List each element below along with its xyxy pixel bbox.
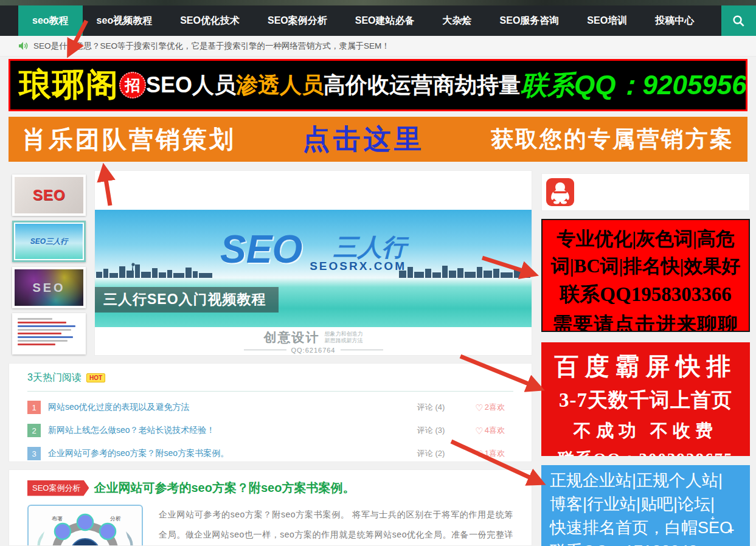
seosrx-logo: SEO 三人行 SEOSRX.COM <box>95 232 532 273</box>
nav-item-seo-cases[interactable]: SEO案例分析 <box>254 5 341 36</box>
design-slogan-1: 想象力和创造力 <box>325 331 363 337</box>
ad-text-services: 专业优化|灰色词|高危词|BC词|排名快|效果好 <box>543 225 749 280</box>
nav-item-seo-video[interactable]: seo视频教程 <box>83 5 167 36</box>
nav-item-seo-training[interactable]: SEO培训 <box>573 5 641 36</box>
notice-text: SEO是什么意思？SEO等于搜索引擎优化，它是基于搜索引擎的一种网络营销方式，隶… <box>33 41 390 52</box>
search-button[interactable] <box>721 5 756 36</box>
banner-team-name: 肖乐团队营销策划 <box>22 123 236 156</box>
marketing-ad-banner[interactable]: 肖乐团队营销策划 点击这里 获取您的专属营销方案 <box>9 117 747 162</box>
serp-mock <box>15 316 83 352</box>
design-studio-mark: 创意设计 想象力和创造力 新思路或新方法 QQ:6216764 <box>95 327 532 355</box>
nav-item-seo-tech[interactable]: SEO优化技术 <box>166 5 254 36</box>
ad-line-3: 快速排名首页，白帽SEO <box>550 516 750 540</box>
design-mark-name: 创意设计 <box>264 329 320 346</box>
sidebar-ad-baidu-ranking[interactable]: 百度霸屏快排 3-7天数千词上首页 不成功 不收费 联系QQ：300392867… <box>541 342 750 456</box>
diagram-label-right: 分析 <box>110 516 121 522</box>
slide-caption[interactable]: 三人行SEO入门视频教程 <box>95 287 279 313</box>
likes-link[interactable]: ♡4喜欢 <box>475 425 505 436</box>
banner-recruit-pentest: 渗透人员 <box>236 71 324 100</box>
heart-icon: ♡ <box>475 404 483 412</box>
qq-icon[interactable] <box>546 178 574 206</box>
design-qq: QQ:6216764 <box>291 347 336 354</box>
logo-domain-text: SEOSRX.COM <box>310 260 406 273</box>
likes-count: 1喜欢 <box>485 448 505 459</box>
ad-line-2: 博客|行业站|贴吧|论坛| <box>550 492 750 516</box>
category-label[interactable]: SEO案例分析 <box>27 480 89 496</box>
heart-icon: ♡ <box>475 450 483 458</box>
list-item: 2 新网站上线怎么做seo？老站长说技术经验！ 评论 (3) ♡4喜欢 <box>27 419 513 442</box>
banner-recruit-traffic: 高价收运营商劫持量 <box>324 71 521 100</box>
recruit-badge: 招 <box>119 72 146 98</box>
thumb-label: SEO <box>32 281 65 295</box>
logo-cn-text: 三人行 <box>333 234 406 260</box>
nav-item-submission[interactable]: 投稿中心 <box>641 5 708 36</box>
list-item: 3 企业网站可参考的seo方案？附seo方案书案例。 评论 (2) ♡1喜欢 <box>27 442 513 465</box>
slider-thumb-seo-colorful[interactable]: SEO <box>12 267 86 308</box>
hot-article-link[interactable]: 企业网站可参考的seo方案？附seo方案书案例。 <box>48 448 229 459</box>
thumb-label: SEO三人行 <box>30 237 68 247</box>
sidebar-ad-whitehat-seo[interactable]: 正规企业站|正规个人站| 博客|行业站|贴吧|论坛| 快速排名首页，白帽SEO … <box>541 465 750 546</box>
hot-reads-panel: 3天热门阅读 HOT 1 网站seo优化过度的表现以及避免方法 评论 (4) ♡… <box>9 363 532 462</box>
comments-link[interactable]: 评论 (3) <box>417 425 445 436</box>
design-slogan-2: 新思路或新方法 <box>325 337 363 344</box>
hot-article-link[interactable]: 网站seo优化过度的表现以及避免方法 <box>48 402 190 413</box>
banner-promise: 获取您的专属营销方案 <box>491 124 734 154</box>
ad-guarantee: 不成功 不收费 <box>541 419 750 443</box>
hot-article-link[interactable]: 新网站上线怎么做seo？老站长说技术经验！ <box>48 425 215 436</box>
ad-line-4: 联系QQ：17183048 <box>550 540 750 546</box>
main-nav: seo教程 seo视频教程 SEO优化技术 SEO案例分析 SEO建站必备 大杂… <box>18 5 708 36</box>
likes-count: 2喜欢 <box>485 402 505 413</box>
top-navbar: seo教程 seo视频教程 SEO优化技术 SEO案例分析 SEO建站必备 大杂… <box>0 0 756 36</box>
search-icon <box>732 14 746 28</box>
thumb-label: SEO <box>33 187 66 204</box>
list-item: 1 网站seo优化过度的表现以及避免方法 评论 (4) ♡2喜欢 <box>27 396 513 419</box>
diagram-label-left: 布署 <box>52 516 63 522</box>
likes-link[interactable]: ♡2喜欢 <box>475 402 505 413</box>
sparkle-icon: + <box>711 506 715 530</box>
ad-subline: 3-7天数千词上首页 <box>541 387 750 414</box>
slider-thumb-serp-screenshot[interactable] <box>12 313 86 354</box>
nav-item-seo-service[interactable]: SEO服务咨询 <box>486 5 574 36</box>
comments-link[interactable]: 评论 (4) <box>417 402 445 413</box>
ad-contact-qq: 联系QQ：3003928675 <box>541 448 750 456</box>
speaker-icon <box>18 41 29 50</box>
slider-thumb-seosrx-active[interactable]: SEO三人行 <box>12 221 86 262</box>
slider-thumb-seo-hands[interactable]: SEO <box>12 175 86 216</box>
article-thumbnail[interactable]: 布署 分析 <box>27 505 143 546</box>
ad-cta-text: 需要请点击进来聊聊 <box>543 311 749 332</box>
likes-count: 4喜欢 <box>485 425 505 436</box>
banner-brand: 琅琊阁 <box>19 63 119 107</box>
comments-link[interactable]: 评论 (2) <box>417 448 445 459</box>
nav-item-site-building[interactable]: SEO建站必备 <box>341 5 429 36</box>
main-slider[interactable]: SEO 三人行 SEOSRX.COM 三人行SEO入门视频教程 创意设计 想象力… <box>94 170 532 356</box>
banner-contact-qq: 联系QQ：9205956 <box>521 67 747 103</box>
ad-headline: 百度霸屏快排 <box>541 350 750 383</box>
article-title-link[interactable]: 企业网站可参考的seo方案？附seo方案书案例。 <box>94 480 355 496</box>
likes-link[interactable]: ♡1喜欢 <box>475 448 505 459</box>
sidebar-ad-gray-words[interactable]: 专业优化|灰色词|高危词|BC词|排名快|效果好 联系QQ1958303366 … <box>541 219 750 332</box>
slider-thumbnails: SEO SEO三人行 SEO <box>12 175 86 359</box>
heart-icon: ♡ <box>475 427 483 435</box>
article-preview: SEO案例分析 企业网站可参考的seo方案？附seo方案书案例。 布署 分析 企… <box>9 469 532 546</box>
slide-image[interactable]: SEO 三人行 SEOSRX.COM 三人行SEO入门视频教程 <box>95 210 532 327</box>
recruit-ad-banner[interactable]: 琅琊阁 招 SEO人员 渗透人员 高价收运营商劫持量 联系QQ：9205956 <box>9 59 747 111</box>
ad-line-1: 正规企业站|正规个人站| <box>550 469 750 492</box>
banner-recruit-seo: SEO人员 <box>146 71 236 100</box>
banner-click-here[interactable]: 点击这里 <box>303 121 425 157</box>
sparkle-icon: + <box>727 519 734 542</box>
rank-badge: 3 <box>27 447 41 460</box>
hot-badge: HOT <box>86 373 105 382</box>
nav-item-misc[interactable]: 大杂烩 <box>429 5 486 36</box>
article-excerpt: 企业网站可参考的seo方案？附seo方案书案例。 将军与士兵的区别在于将军的作用… <box>159 505 513 546</box>
rank-badge: 1 <box>27 401 41 414</box>
divider-line <box>244 350 286 350</box>
logo-seo-text: SEO <box>220 232 302 267</box>
notice-bar: SEO是什么意思？SEO等于搜索引擎优化，它是基于搜索引擎的一种网络营销方式，隶… <box>0 36 756 57</box>
hot-reads-title: 3天热门阅读 <box>27 371 81 384</box>
ad-contact-qq: 联系QQ1958303366 <box>543 281 749 308</box>
rank-badge: 2 <box>27 424 41 437</box>
divider-line <box>341 350 383 350</box>
qq-contact-card <box>541 173 750 211</box>
nav-item-seo-tutorial[interactable]: seo教程 <box>18 5 83 36</box>
